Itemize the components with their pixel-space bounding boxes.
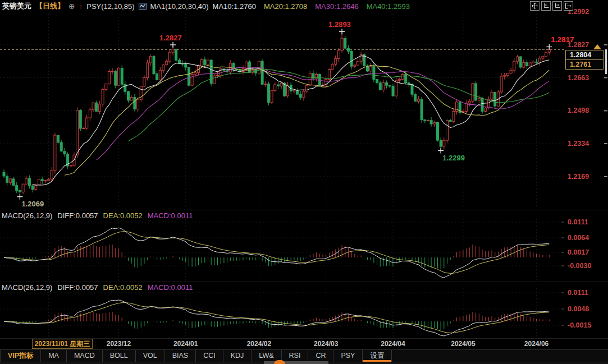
macd2-legend: MACD(26,12,9) DIFF:0.0057 DEA:0.0052 MAC… — [2, 283, 193, 292]
indicator-tab-bar: VIP指标MAMACDBOLLVOLBIASCCIKDJLW&RSICRPSY设… — [0, 349, 608, 362]
macd-macd-value: MACD:0.0011 — [148, 211, 193, 220]
indicator-tab-1[interactable]: VIP指标 — [0, 350, 40, 362]
trend-up-arrow-icon: ↑ — [79, 2, 83, 11]
current-price-value: 1.2804 — [566, 50, 603, 59]
current-price-box: 1.2804 1.2761 — [565, 50, 604, 70]
x-axis-label: 2024/03 — [314, 340, 338, 348]
x-axis-label: 2024/06 — [524, 340, 548, 348]
x-axis-label: 2024/05 — [451, 340, 475, 348]
y-axis-label: 1.2334 — [568, 140, 589, 148]
macd-diff-value: DIFF:0.0057 — [57, 211, 98, 220]
indicator-tab-13[interactable]: 设置 — [362, 350, 392, 362]
ma-legend-item: MA20:1.2708 — [264, 2, 307, 11]
price-annotation: 1.2299 — [442, 154, 465, 162]
secondary-price-value: 1.2761 — [566, 59, 603, 69]
psy-indicator-label: PSY(12,10,85) — [86, 2, 134, 11]
macd-axis-label: -0.0015 — [568, 321, 591, 329]
price-annotation: 1.2893 — [328, 20, 351, 29]
add-indicator-icon[interactable]: ⊕ — [68, 2, 75, 11]
ma-legend-item: MA30:1.2646 — [315, 2, 358, 11]
exit-chart-button[interactable] — [564, 1, 573, 11]
macd-dea-value: DEA:0.0052 — [103, 283, 143, 292]
chart-toolbar — [530, 1, 573, 11]
x-axis-label: 2024/02 — [247, 340, 271, 348]
date-highlight-label: 2023/11/01 星期三 — [32, 339, 93, 349]
ma-legend-item: MA10:1.2760 — [213, 2, 256, 11]
expand-x-axis-button[interactable] — [552, 1, 562, 11]
ma-legend-item: MA40:1.2593 — [367, 2, 410, 11]
macd-axis-label: 0.0111 — [568, 218, 588, 226]
panel-divider — [0, 210, 608, 210]
compress-x-axis-icon — [543, 3, 549, 9]
indicator-tab-6[interactable]: BIAS — [164, 350, 196, 362]
indicator-tab-8[interactable]: KDJ — [223, 350, 252, 362]
x-axis-label: 2024/04 — [381, 340, 405, 348]
ma-group-label: MA1(10,20,30,40) — [150, 2, 209, 11]
indicator-tab-3[interactable]: MACD — [66, 350, 102, 362]
panel-divider — [0, 282, 608, 282]
indicator-tab-11[interactable]: CR — [308, 350, 333, 362]
indicator-tab-5[interactable]: VOL — [135, 350, 164, 362]
x-axis-label: 2024/01 — [173, 340, 198, 348]
y-axis-label: 1.2169 — [568, 173, 589, 181]
macd-axis-label: -0.0030 — [568, 262, 591, 270]
macd-dea-value: DEA:0.0052 — [103, 211, 143, 220]
indicator-template-icon[interactable] — [139, 2, 147, 10]
macd-axis-label: 0.0017 — [568, 248, 589, 256]
macd-diff-value: DIFF:0.0057 — [57, 283, 98, 292]
chart-canvas[interactable] — [0, 0, 608, 364]
macd-axis-label: 0.0111 — [568, 289, 588, 297]
pan-tool-button[interactable] — [530, 1, 540, 11]
indicator-tab-12[interactable]: PSY — [333, 350, 362, 362]
macd-title: MACD(26,12,9) — [2, 283, 52, 292]
exit-chart-icon — [565, 3, 572, 9]
indicator-tab-2[interactable]: MA — [40, 350, 66, 362]
price-annotation: 1.2827 — [159, 34, 182, 42]
x-axis-label: 2023/12 — [107, 340, 131, 348]
macd-macd-value: MACD:0.0011 — [148, 283, 193, 292]
y-axis-label: 1.2663 — [568, 74, 589, 82]
price-annotation: 1.2069 — [21, 200, 44, 208]
price-annotation: 1.2817 — [551, 35, 574, 44]
symbol-title: 英镑美元 — [2, 1, 31, 11]
ma-legend: MA10:1.2760MA20:1.2708MA30:1.2646MA40:1.… — [213, 2, 410, 11]
period-label: 【日线】 — [35, 1, 65, 11]
chart-application: { "header": { "symbol": "英镑美元", "period"… — [0, 0, 608, 364]
macd-axis-label: 0.0064 — [568, 234, 589, 242]
compress-x-axis-button[interactable] — [541, 1, 551, 11]
indicator-tab-4[interactable]: BOLL — [102, 350, 135, 362]
top-legend-bar: 英镑美元 【日线】 ⊕ ↑ PSY(12,10,85) MA1(10,20,30… — [0, 0, 608, 12]
indicator-tab-10[interactable]: RSI — [281, 350, 308, 362]
taskbar-badge-icon — [274, 360, 285, 364]
indicator-tab-7[interactable]: CCI — [195, 350, 223, 362]
macd-axis-label: 0.0048 — [568, 305, 589, 313]
pan-icon — [532, 3, 538, 9]
macd1-legend: MACD(26,12,9) DIFF:0.0057 DEA:0.0052 MAC… — [2, 211, 193, 220]
right-scrollbar-thumb[interactable] — [605, 49, 607, 74]
price-up-triangle-icon — [593, 44, 601, 49]
y-axis-label: 1.2498 — [568, 107, 589, 114]
expand-x-axis-icon — [554, 3, 560, 9]
macd-title: MACD(26,12,9) — [2, 211, 52, 220]
